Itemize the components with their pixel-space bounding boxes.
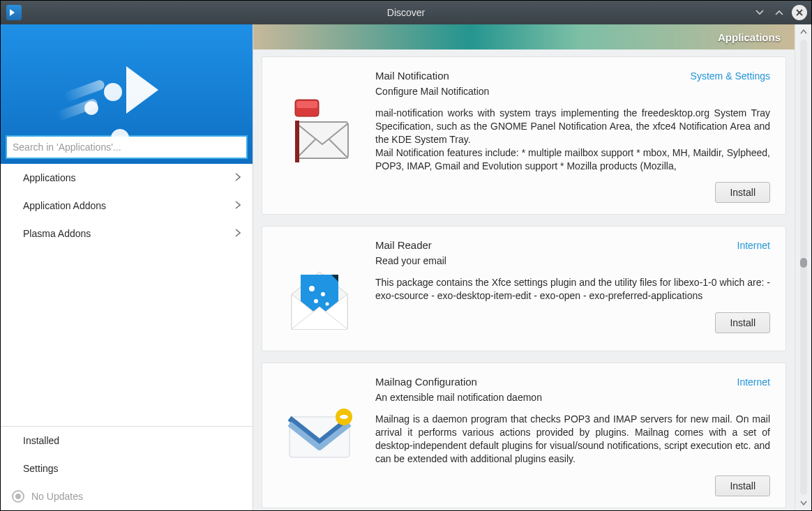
nav-installed[interactable]: Installed: [1, 427, 253, 455]
app-category-link[interactable]: Internet: [737, 376, 770, 388]
install-button[interactable]: Install: [715, 182, 770, 203]
svg-rect-3: [296, 101, 317, 108]
install-button[interactable]: Install: [715, 475, 770, 496]
chevron-right-icon: [234, 200, 241, 212]
app-subtitle: Configure Mail Notification: [375, 86, 770, 97]
svg-point-6: [321, 292, 325, 296]
banner-title: Applications: [718, 31, 781, 43]
nav-label: Installed: [23, 435, 59, 446]
app-title: Mail Notification: [375, 70, 449, 82]
nav-updates[interactable]: No Updates: [1, 482, 253, 510]
app-subtitle: An extensible mail notification daemon: [375, 392, 770, 403]
sidebar-bottom: Installed Settings No Updates: [1, 426, 253, 510]
content: Applications Application Addons Plasma A…: [1, 24, 811, 510]
app-category-link[interactable]: System & Settings: [691, 70, 770, 82]
scrollbar-track[interactable]: [800, 40, 807, 495]
close-button[interactable]: [792, 5, 807, 20]
scrollbar[interactable]: [795, 24, 811, 510]
nav-label: No Updates: [31, 491, 83, 502]
nav-application-addons[interactable]: Application Addons: [1, 192, 253, 220]
nav-label: Plasma Addons: [23, 228, 91, 239]
app-category-link[interactable]: Internet: [737, 240, 770, 251]
scroll-up-button[interactable]: [795, 24, 811, 38]
chevron-up-icon: [774, 8, 784, 17]
mail-notification-icon: [278, 86, 361, 170]
sidebar-nav: Applications Application Addons Plasma A…: [1, 164, 253, 247]
chevron-right-icon: [234, 228, 241, 240]
app-title: Mailnag Configuration: [375, 376, 477, 388]
nav-settings[interactable]: Settings: [1, 455, 253, 482]
mail-reader-icon: [278, 256, 361, 340]
window-title: Discover: [1, 7, 811, 18]
nav-label: Application Addons: [23, 200, 106, 211]
svg-point-5: [309, 286, 315, 291]
scrollbar-thumb[interactable]: [800, 258, 807, 268]
scroll-down-button[interactable]: [795, 496, 811, 510]
app-subtitle: Read your email: [375, 255, 770, 266]
minimize-button[interactable]: [753, 6, 767, 20]
install-button[interactable]: Install: [715, 312, 770, 333]
svg-rect-0: [296, 122, 348, 158]
updates-icon: [12, 490, 24, 503]
nav-plasma-addons[interactable]: Plasma Addons: [1, 220, 253, 247]
chevron-down-icon: [755, 8, 765, 17]
window-controls: [753, 5, 807, 20]
sidebar-hero: [1, 24, 253, 164]
app-description: This package contains the Xfce settings …: [375, 276, 770, 303]
app-card[interactable]: Mailnag Configuration Internet An extens…: [262, 363, 786, 508]
main-scroll[interactable]: Applications: [253, 24, 795, 510]
titlebar: Discover: [1, 1, 811, 24]
app-list: Mail Notification System & Settings Conf…: [253, 49, 795, 510]
svg-point-8: [326, 303, 329, 306]
app-card[interactable]: Mail Reader Internet Read your email Thi…: [262, 226, 786, 351]
app-card[interactable]: Mail Notification System & Settings Conf…: [262, 56, 786, 215]
svg-rect-1: [295, 121, 299, 162]
app-title: Mail Reader: [375, 239, 432, 251]
maximize-button[interactable]: [772, 6, 786, 20]
app-description: mail-notification works with system tray…: [375, 107, 770, 172]
chevron-right-icon: [234, 172, 241, 184]
nav-applications[interactable]: Applications: [1, 164, 253, 192]
close-icon: [795, 8, 804, 17]
nav-label: Settings: [23, 463, 59, 474]
app-description: Mailnag is a daemon program that checks …: [375, 413, 770, 466]
sidebar: Applications Application Addons Plasma A…: [1, 24, 253, 510]
category-banner: Applications: [253, 24, 795, 49]
nav-label: Applications: [23, 172, 76, 183]
main: Applications: [253, 24, 811, 510]
window: Discover: [0, 0, 812, 511]
mailnag-icon: [278, 392, 361, 476]
svg-point-7: [314, 299, 318, 303]
